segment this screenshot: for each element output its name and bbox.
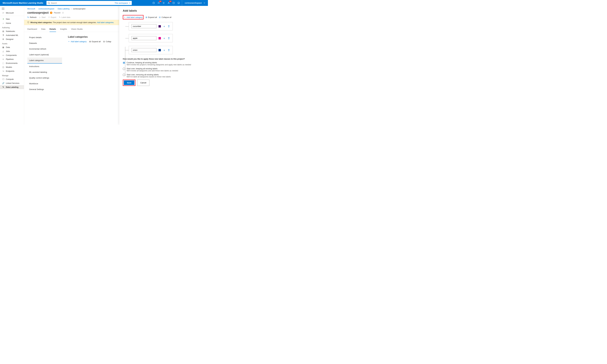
subnav-instructions[interactable]: Instructions [27, 64, 62, 69]
nav-automated-ml[interactable]: ⚗Automated ML [0, 33, 24, 37]
subnav-label-export[interactable]: Label export (optional) [27, 52, 62, 57]
jobs-icon: △ [2, 50, 4, 52]
nav-components[interactable]: ▭Components [0, 53, 24, 57]
apply-option-0[interactable]: Continue, keeping all existing labelsWe'… [123, 62, 204, 66]
clock-icon[interactable] [152, 1, 155, 4]
apply-option-1[interactable]: Start over, keeping all existing labelsW… [123, 67, 204, 72]
label-name-input[interactable] [131, 36, 156, 40]
nav-pipelines[interactable]: ⎋Pipelines [0, 57, 24, 61]
panel-collapse-all[interactable]: ⊟Collapse all [159, 16, 171, 18]
crumb-data-labeling[interactable]: Data Labeling [58, 8, 69, 10]
label-row-1: ＋ [129, 34, 173, 42]
tab-data[interactable]: Data [41, 26, 45, 32]
nav-jobs[interactable]: △Jobs [0, 49, 24, 53]
tab-vision-studio[interactable]: Vision Studio [71, 26, 83, 32]
nav-data-labeling[interactable]: ✎Data Labeling [0, 85, 24, 89]
nav-endpoints[interactable]: ↪Endpoints [0, 69, 24, 73]
workspace-switcher[interactable]: contosoworkspace [182, 0, 208, 6]
tab-details[interactable]: Details [50, 26, 56, 32]
apply-question: How would you like to apply these new la… [123, 58, 204, 60]
label-name-input[interactable] [131, 48, 156, 52]
nav-home[interactable]: ⌂Home [0, 21, 24, 25]
nav-environments[interactable]: ⬚Environments [0, 61, 24, 65]
subnav-label-categories[interactable]: Label categories [27, 57, 62, 64]
nav-notebooks[interactable]: ▤Notebooks [0, 29, 24, 33]
labeling-icon: ✎ [2, 86, 4, 88]
color-swatch[interactable] [158, 25, 161, 27]
add-child-icon[interactable]: ＋ [163, 48, 166, 52]
content-collapse-all[interactable]: ⊟Collap [103, 40, 111, 43]
radio-icon[interactable] [123, 74, 125, 76]
delete-icon[interactable] [168, 49, 170, 51]
nav-new[interactable]: ＋New [0, 17, 24, 21]
refresh-icon: ↻ [27, 16, 29, 18]
label-data-button[interactable]: ✎Label data [59, 16, 70, 18]
subnav-project-details[interactable]: Project details [27, 35, 62, 40]
search-icon [48, 2, 50, 4]
chevron-down-icon [204, 2, 205, 4]
panel-title: Add labels [123, 9, 204, 12]
search-scope[interactable]: This workspace [115, 2, 130, 4]
content-add-label-category[interactable]: ＋Add label category [68, 40, 87, 43]
details-subnav: Project details Datasets Incremental ref… [27, 35, 62, 92]
nav-back[interactable]: ↩Microsoft [0, 11, 24, 15]
radio-icon[interactable] [123, 68, 125, 70]
main-content: Microsoft contosoworkspace Data Labeling… [24, 6, 208, 125]
panel-add-label-category[interactable]: ＋Add label category [124, 16, 142, 19]
export-icon: ⇪ [48, 16, 50, 18]
nav-data[interactable]: ▦Data [0, 45, 24, 49]
nav-section-manage: Manage [0, 73, 24, 77]
bell-icon[interactable]: 23 [157, 1, 160, 4]
gear-icon[interactable] [162, 1, 165, 4]
crumb-microsoft[interactable]: Microsoft [27, 8, 35, 10]
smiley-icon[interactable] [177, 1, 180, 4]
search-box[interactable]: This workspace [46, 1, 132, 5]
panel-expand-all[interactable]: ⊞Expand all [146, 16, 157, 18]
link-icon: 🔗 [2, 82, 4, 84]
apply-option-2[interactable]: Start over, removing all existing labels… [123, 74, 204, 78]
pipelines-icon: ⎋ [2, 58, 4, 60]
radio-icon[interactable] [123, 62, 125, 64]
add-label-categories-link[interactable]: Add label categories. [97, 22, 114, 24]
subnav-workforce[interactable]: Workforce [27, 81, 62, 87]
subnav-ml-assisted[interactable]: ML assisted labeling [27, 69, 62, 75]
color-swatch[interactable] [158, 37, 161, 39]
info-icon: ⓘ [27, 21, 29, 24]
pause-icon: II [50, 12, 52, 14]
subnav-general-settings[interactable]: General Settings [27, 87, 62, 92]
search-input[interactable] [51, 2, 99, 4]
subnav-incremental-refresh[interactable]: Incremental refresh [27, 46, 62, 52]
delete-icon[interactable] [168, 25, 170, 27]
nav-models[interactable]: ◫Models [0, 65, 24, 69]
tab-dashboard[interactable]: Dashboard [27, 26, 37, 32]
delete-icon[interactable] [168, 37, 170, 39]
add-child-icon[interactable]: ＋ [163, 25, 166, 28]
content-expand-all[interactable]: ⊞Expand all [89, 40, 101, 43]
refresh-button[interactable]: ↻Refresh [27, 16, 37, 18]
plus-icon: ＋ [68, 40, 70, 43]
nav-compute[interactable]: 🖵Compute [0, 77, 24, 81]
help-icon[interactable]: ? [172, 1, 175, 4]
directions-icon[interactable]: 14 [167, 1, 170, 4]
save-button[interactable]: Save [124, 80, 134, 85]
tab-insights[interactable]: Insights [60, 26, 67, 32]
plus-icon: ＋ [2, 18, 4, 20]
hamburger-icon[interactable] [0, 7, 24, 11]
highlight-save-button: Save [123, 79, 135, 86]
subnav-datasets[interactable]: Datasets [27, 40, 62, 46]
nav-linked-services[interactable]: 🔗Linked Services [0, 81, 24, 85]
add-child-icon[interactable]: ＋ [163, 37, 166, 40]
expand-icon: ⊞ [89, 40, 91, 43]
export-button[interactable]: ⇪Export [48, 16, 56, 18]
favorite-star-icon[interactable]: ☆ [62, 11, 64, 14]
label-name-input[interactable] [131, 24, 156, 28]
color-swatch[interactable] [158, 49, 161, 51]
svg-point-6 [178, 2, 180, 4]
nav-designer[interactable]: ⚙Designer [0, 37, 24, 41]
start-button[interactable]: ▷Start [39, 16, 46, 18]
collapse-icon: ⊟ [103, 40, 105, 43]
crumb-workspace[interactable]: contosoworkspace [39, 8, 54, 10]
cancel-button[interactable]: Cancel [137, 79, 149, 86]
subnav-quality-control[interactable]: Quality control settings [27, 75, 62, 81]
svg-point-0 [48, 2, 49, 3]
